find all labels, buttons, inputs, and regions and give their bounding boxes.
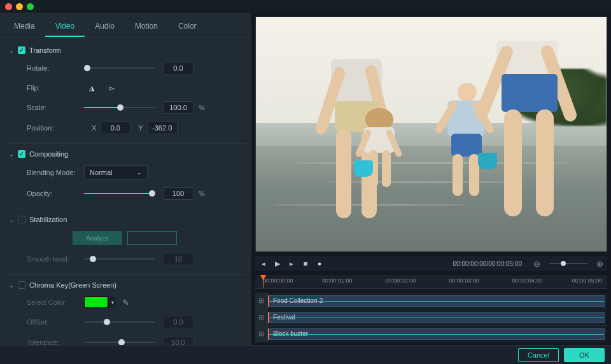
close-window-button[interactable] (5, 3, 12, 10)
cancel-button[interactable]: Cancel (518, 348, 559, 362)
chroma-title: Chroma Key(Green Screen) (29, 281, 116, 289)
video-clip[interactable]: Festival (268, 312, 605, 323)
position-y-input[interactable]: -362.0 (147, 122, 178, 134)
track-row[interactable]: ⊞ Festival (255, 309, 607, 326)
tolerance-slider[interactable] (84, 338, 155, 345)
blend-mode-select[interactable]: Normal ⌄ (84, 165, 148, 179)
chevron-down-icon[interactable]: ⌄ (9, 151, 14, 158)
offset-value-input[interactable]: 0.0 (163, 316, 193, 328)
track-type-icon[interactable]: ⊞ (255, 326, 268, 342)
blend-mode-value: Normal (90, 169, 112, 176)
tolerance-row: Tolerance: 50.0 (27, 336, 242, 345)
minimize-window-button[interactable] (16, 3, 23, 10)
tab-video[interactable]: Video (45, 18, 85, 37)
zoom-slider[interactable] (549, 263, 587, 264)
scale-value-input[interactable]: 100.0 (163, 101, 193, 114)
position-x-input[interactable]: 0.0 (100, 122, 130, 134)
properties-panel: Media Video Audio Motion Color ⌄ Transfo… (0, 13, 251, 345)
chevron-down-icon[interactable]: ⌄ (9, 47, 14, 54)
scale-label: Scale: (27, 104, 84, 111)
zoom-in-icon[interactable]: ⊕ (596, 259, 603, 269)
prev-frame-icon[interactable]: ◂ (259, 259, 268, 268)
position-label: Position: (27, 124, 84, 132)
zoom-window-button[interactable] (27, 3, 34, 10)
timecode-display: 00:00:00:00/00:00:05:00 (453, 260, 522, 267)
tolerance-value-input[interactable]: 50.0 (163, 336, 193, 345)
blend-mode-row: Blending Mode: Normal ⌄ (27, 165, 242, 179)
ruler-label: 00:00:01:00 (322, 277, 353, 284)
analyze-secondary-button[interactable] (127, 231, 177, 245)
timeline-tracks: ⊞ Food Collection-2 ⊞ Festival ⊞ Block b… (255, 293, 607, 342)
flip-row: Flip: ◮ ▻ (27, 82, 242, 94)
position-y-label: Y (138, 124, 143, 132)
flip-vertical-icon[interactable]: ▻ (104, 82, 120, 94)
chevron-down-icon: ⌄ (137, 169, 142, 176)
compositing-title: Compositing (29, 150, 68, 158)
ruler-label: 00:00:04:00 (512, 277, 543, 284)
scale-row: Scale: 100.0 % (27, 101, 242, 114)
next-frame-icon[interactable]: ▸ (287, 259, 296, 268)
video-clip[interactable]: Food Collection-2 (268, 295, 605, 307)
track-type-icon[interactable]: ⊞ (255, 293, 268, 309)
position-row: Position: X 0.0 Y -362.0 (27, 122, 242, 134)
rotate-row: Rotate: 0.0 (27, 62, 242, 74)
zoom-out-icon[interactable]: ⊖ (533, 259, 540, 269)
track-row[interactable]: ⊞ Block buster (255, 326, 607, 342)
analyze-button[interactable]: Analyze (73, 231, 122, 245)
tab-audio[interactable]: Audio (85, 18, 125, 37)
flip-horizontal-icon[interactable]: ◮ (84, 82, 99, 94)
track-row[interactable]: ⊞ Food Collection-2 (255, 293, 607, 309)
transform-toggle-checkbox[interactable] (18, 46, 25, 54)
eyedropper-icon[interactable]: ✎ (122, 298, 129, 307)
preview-viewport[interactable] (255, 17, 607, 252)
rotate-value-input[interactable]: 0.0 (163, 62, 193, 74)
select-color-row: Select Color: ▾ ✎ (27, 297, 242, 308)
tolerance-label: Tolerance: (27, 339, 84, 345)
chroma-toggle-checkbox[interactable] (18, 281, 25, 289)
tab-motion[interactable]: Motion (125, 18, 168, 37)
smooth-slider[interactable] (84, 255, 155, 263)
opacity-label: Opacity: (27, 190, 84, 197)
opacity-row: Opacity: 100 % (27, 187, 242, 200)
chevron-down-icon[interactable]: ⌄ (9, 282, 14, 289)
color-swatch[interactable] (84, 297, 108, 308)
clip-label: Block buster (273, 330, 308, 337)
section-transform: ⌄ Transform Rotate: 0.0 Flip: ◮ ▻ (5, 40, 246, 144)
transport-bar: ◂ ▶ ▸ ■ ● 00:00:00:00/00:00:05:00 ⊖ ⊕ (255, 256, 607, 271)
smooth-row: Smooth level: 10 (27, 253, 242, 265)
stabilization-toggle-checkbox[interactable] (18, 216, 25, 223)
video-clip[interactable]: Block buster (268, 328, 605, 340)
ok-button[interactable]: OK (564, 348, 605, 362)
ruler-label: 00:00:03:00 (449, 277, 479, 284)
rotate-slider[interactable] (84, 64, 155, 73)
chevron-down-icon[interactable]: ⌄ (9, 216, 14, 223)
stabilization-title: Stabilization (29, 216, 67, 223)
opacity-unit: % (199, 190, 205, 197)
section-compositing: ⌄ Compositing Blending Mode: Normal ⌄ Op… (5, 144, 246, 209)
track-type-icon[interactable]: ⊞ (255, 309, 268, 325)
scale-slider[interactable] (84, 103, 155, 112)
timeline-ruler[interactable]: 00:00:00:00 00:00:01:00 00:00:02:00 00:0… (255, 275, 607, 289)
offset-label: OffSet: (27, 318, 84, 326)
dialog-footer: Cancel OK (0, 345, 611, 364)
record-icon[interactable]: ● (315, 259, 324, 268)
opacity-value-input[interactable]: 100 (163, 187, 193, 200)
smooth-value-input[interactable]: 10 (163, 253, 193, 265)
ruler-label: 00:00:05:00 (572, 277, 603, 284)
clip-label: Festival (273, 314, 295, 321)
properties-tabs: Media Video Audio Motion Color (0, 13, 251, 38)
compositing-toggle-checkbox[interactable] (18, 150, 25, 158)
tab-media[interactable]: Media (4, 18, 45, 37)
color-dropdown-icon[interactable]: ▾ (108, 297, 116, 308)
section-stabilization: ⌄ Stabilization Analyze Smooth level: 10 (5, 209, 246, 275)
position-x-label: X (92, 124, 96, 132)
clip-label: Food Collection-2 (273, 297, 323, 304)
tab-color[interactable]: Color (168, 18, 207, 37)
ruler-label: 00:00:02:00 (386, 277, 416, 284)
play-icon[interactable]: ▶ (273, 259, 282, 268)
flip-label: Flip: (27, 84, 84, 92)
opacity-slider[interactable] (84, 189, 155, 198)
stop-icon[interactable]: ■ (301, 259, 310, 268)
section-chroma-key: ⌄ Chroma Key(Green Screen) Select Color:… (5, 275, 246, 345)
offset-slider[interactable] (84, 318, 155, 326)
